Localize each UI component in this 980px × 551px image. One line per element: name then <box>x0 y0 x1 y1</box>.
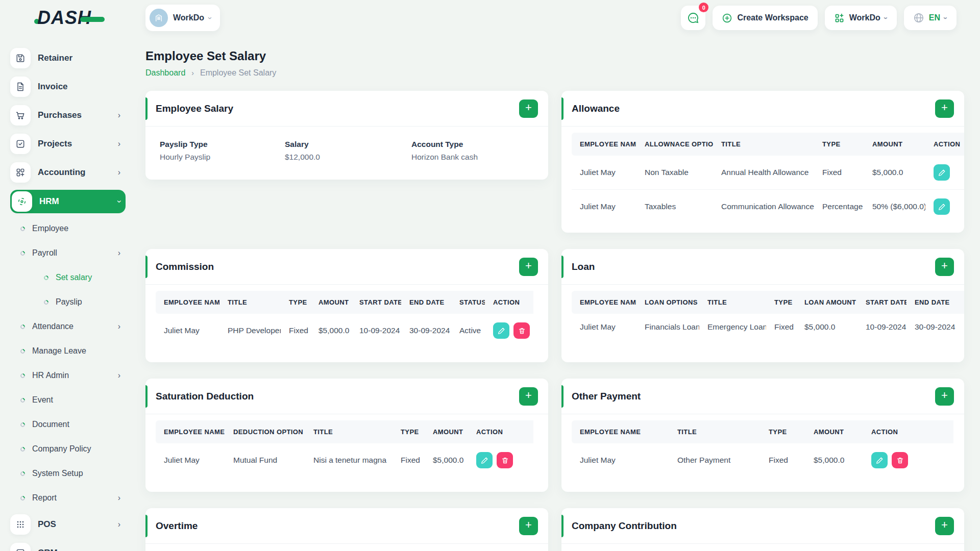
table-row: Juliet MayMutual FundNisi a tenetur magn… <box>156 443 533 477</box>
column-header: Type <box>814 133 864 156</box>
chevron-right-icon: › <box>118 111 120 120</box>
sidebar-item-report[interactable]: Report› <box>10 486 126 510</box>
chevron-right-icon: › <box>118 322 120 331</box>
add-other-payment-button[interactable]: + <box>935 387 954 406</box>
logo-accent-dash <box>80 17 105 22</box>
column-header: Amount <box>864 133 925 156</box>
create-workspace-button[interactable]: Create Workspace <box>713 6 817 30</box>
column-header: Amount <box>805 420 863 443</box>
sidebar-item-payslip[interactable]: Payslip <box>10 290 126 314</box>
field-value: Hourly Payslip <box>160 153 285 162</box>
bullet-icon <box>19 446 26 453</box>
table-row: Juliet MayPHP DeveloperFixed$5,000.010-0… <box>156 314 533 347</box>
column-header: Amount <box>310 291 351 314</box>
edit-button[interactable] <box>934 164 950 181</box>
commission-table: Employee NameTitleTypeAmountStart DateEn… <box>145 285 548 357</box>
edit-button[interactable] <box>871 452 888 468</box>
workdo-menu-button[interactable]: WorkDo › <box>825 6 897 30</box>
table-cell: Mutual Fund <box>225 443 305 477</box>
sidebar-item-company-policy[interactable]: Company Policy <box>10 437 126 461</box>
notification-badge: 0 <box>699 3 708 12</box>
table-cell: Taxables <box>636 190 713 224</box>
breadcrumb-current: Employee Set Salary <box>200 68 276 78</box>
other-payment-card: Other Payment + Employee NameTitleTypeAm… <box>561 379 964 492</box>
chevron-right-icon: › <box>118 168 120 177</box>
sidebar-item-payroll[interactable]: Payroll› <box>10 241 126 265</box>
delete-button[interactable] <box>497 452 513 468</box>
chevron-right-icon: › <box>114 200 124 203</box>
save-icon <box>10 48 31 68</box>
column-header: End Date <box>401 291 451 314</box>
column-header: Title <box>713 133 814 156</box>
table-cell: Juliet May <box>572 156 636 190</box>
add-allowance-button[interactable]: + <box>935 99 954 118</box>
sidebar-item-label: System Setup <box>32 469 83 478</box>
language-selector[interactable]: EN › <box>904 6 957 30</box>
sidebar-item-retainer[interactable]: Retainer <box>10 44 126 72</box>
table-cell: Fixed <box>761 443 805 477</box>
field-label: Account Type <box>411 140 538 149</box>
column-header: Title <box>305 420 393 443</box>
pos-icon <box>10 514 31 535</box>
sidebar-item-purchases[interactable]: Purchases› <box>10 101 126 130</box>
workdo-menu-label: WorkDo <box>849 13 880 22</box>
sidebar-item-label: CRM <box>38 548 58 551</box>
delete-button[interactable] <box>513 322 530 339</box>
trash-icon <box>518 327 526 335</box>
sidebar-item-pos[interactable]: POS› <box>10 510 126 539</box>
chevron-right-icon: › <box>118 548 120 551</box>
card-title: Other Payment <box>572 391 641 402</box>
breadcrumb-dashboard-link[interactable]: Dashboard <box>145 68 185 78</box>
pencil-icon <box>938 169 946 177</box>
column-header: Action <box>925 133 964 156</box>
edit-button[interactable] <box>476 452 493 468</box>
chevron-right-icon: › <box>118 248 120 258</box>
sidebar-item-invoice[interactable]: Invoice <box>10 72 126 101</box>
table-cell: 30-09-2024 <box>401 314 451 347</box>
workspace-selector[interactable]: WorkDo › <box>145 5 220 31</box>
sidebar-item-document[interactable]: Document <box>10 412 126 437</box>
delete-button[interactable] <box>892 452 908 468</box>
commission-card: Commission + Employee NameTitleTypeAmoun… <box>145 249 548 362</box>
sidebar-item-system-setup[interactable]: System Setup <box>10 461 126 486</box>
page-title: Employee Set Salary <box>145 49 964 63</box>
column-header: Type <box>281 291 310 314</box>
sidebar-item-set-salary[interactable]: Set salary <box>10 265 126 290</box>
add-saturation-deduction-button[interactable]: + <box>519 387 538 406</box>
sidebar-item-hr-admin[interactable]: HR Admin› <box>10 363 126 388</box>
main-content: Employee Set Salary Dashboard › Employee… <box>132 36 980 551</box>
table-cell: Fixed <box>393 443 425 477</box>
add-overtime-button[interactable]: + <box>519 517 538 535</box>
loan-card: Loan + Employee NameLoan OptionsTitleTyp… <box>561 249 964 362</box>
sidebar-item-label: Invoice <box>38 82 68 92</box>
sidebar-item-employee[interactable]: Employee <box>10 216 126 241</box>
trash-icon <box>896 457 904 464</box>
column-header: Employee Name <box>572 420 669 443</box>
column-header: Employee Name <box>156 291 219 314</box>
add-company-contribution-button[interactable]: + <box>935 517 954 535</box>
column-header: Title <box>669 420 761 443</box>
sidebar-item-label: Report <box>32 493 57 503</box>
chevron-down-icon: › <box>883 17 890 19</box>
add-commission-button[interactable]: + <box>519 258 538 276</box>
sidebar-item-label: HRM <box>39 196 59 207</box>
messages-button[interactable]: 0 <box>681 6 705 30</box>
sidebar-item-hrm[interactable]: HRM› <box>10 190 126 213</box>
sidebar-item-accounting[interactable]: Accounting› <box>10 158 126 187</box>
hrm-icon <box>12 191 32 212</box>
sidebar-item-label: Attendance <box>32 322 74 331</box>
sidebar-item-attendance[interactable]: Attendance› <box>10 314 126 339</box>
add-employee-salary-button[interactable]: + <box>519 99 538 118</box>
sidebar-item-event[interactable]: Event <box>10 388 126 412</box>
sidebar-item-crm[interactable]: CRM› <box>10 539 126 551</box>
sidebar-item-projects[interactable]: Projects› <box>10 130 126 158</box>
edit-button[interactable] <box>934 198 950 215</box>
sidebar-item-manage-leave[interactable]: Manage Leave <box>10 339 126 363</box>
edit-button[interactable] <box>493 322 509 339</box>
table-cell: Percentage <box>814 190 864 224</box>
add-loan-button[interactable]: + <box>935 258 954 276</box>
field-label: Payslip Type <box>160 140 285 149</box>
sidebar-item-label: Set salary <box>56 273 92 282</box>
table-cell: Financials Loan <box>636 314 699 340</box>
column-header: Employee Name <box>572 133 636 156</box>
